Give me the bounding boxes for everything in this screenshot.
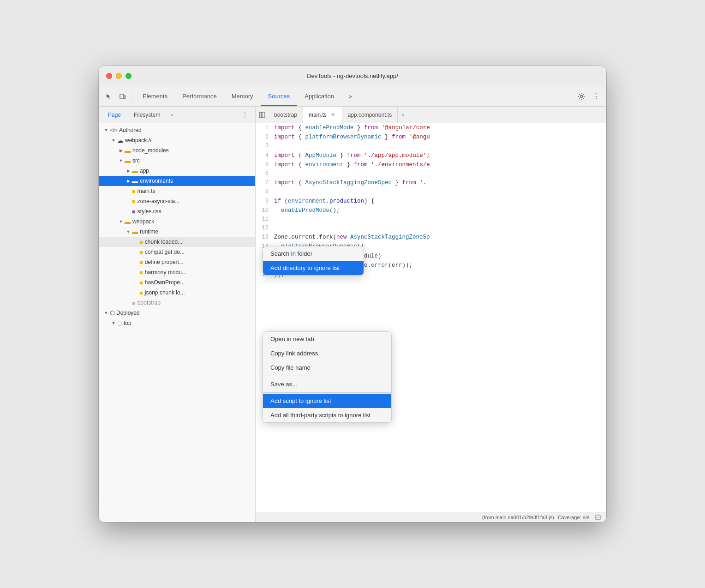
code-tab-more[interactable]: » (398, 110, 408, 120)
minimize-button[interactable] (116, 73, 122, 79)
tab-memory[interactable]: Memory (224, 86, 261, 106)
tree-item-zone[interactable]: ■ zone-async-sta... (99, 196, 255, 206)
code-line-8: 8 (256, 187, 606, 196)
tree-item-styles-css[interactable]: ■ styles.css (99, 206, 255, 216)
tree-item-runtime[interactable]: ▼ ▬ runtime (99, 227, 255, 237)
tree-item-hasownprop[interactable]: ■ hasOwnPrope... (99, 277, 255, 288)
svg-rect-3 (259, 112, 262, 118)
tree-arrow (132, 289, 139, 296)
tree-item-main-ts[interactable]: ■ main.ts (99, 186, 255, 196)
tree-item-chunk-loaded[interactable]: ■ chunk loaded... (99, 237, 255, 247)
code-line-10: 10 enableProdMode(); (256, 206, 606, 215)
cursor-tool-button[interactable] (102, 90, 115, 103)
window-title: DevTools - ng-devtools.netlify.app/ (307, 72, 398, 79)
devtools-window: DevTools - ng-devtools.netlify.app/ Elem… (99, 66, 606, 522)
tree-arrow (132, 258, 139, 266)
coverage-icon-button[interactable] (593, 513, 603, 522)
tree-item-harmony-module[interactable]: ■ harmony modu... (99, 267, 255, 277)
menu-item-add-third-party-ignore[interactable]: Add all third-party scripts to ignore li… (263, 408, 391, 422)
tree-arrow: ▼ (102, 309, 110, 317)
menu-item-search-in-folder[interactable]: Search in folder (263, 246, 364, 261)
cloud-icon: ☁ (117, 137, 123, 144)
tree-arrow (132, 248, 139, 256)
tree-item-define-property[interactable]: ■ define propert... (99, 257, 255, 267)
code-line-13: 13 Zone.current.fork(new AsyncStackTaggi… (256, 233, 606, 242)
menu-item-save-as[interactable]: Save as... (263, 377, 391, 391)
file-icon: ■ (132, 188, 136, 195)
code-line-12: 12 (256, 224, 606, 233)
menu-separator-2 (263, 392, 391, 393)
frame-icon: ▢ (117, 320, 122, 326)
device-toggle-button[interactable] (116, 90, 129, 103)
tree-item-src[interactable]: ▼ ▬ src (99, 156, 255, 166)
tab-performance[interactable]: Performance (175, 86, 224, 106)
tab-elements[interactable]: Elements (135, 86, 175, 106)
sidebar-tab-page[interactable]: Page (102, 110, 126, 120)
menu-separator-1 (263, 376, 391, 376)
tree-arrow: ▶ (125, 167, 132, 174)
code-tab-main-ts[interactable]: main.ts ✕ (303, 107, 342, 123)
folder-icon: ▬ (125, 147, 131, 154)
tree-item-webpack[interactable]: ▼ ☁ webpack:// (99, 135, 255, 145)
menu-item-copy-link[interactable]: Copy link address (263, 346, 391, 360)
tree-arrow (125, 299, 132, 306)
menu-item-add-dir-to-ignore[interactable]: Add directory to ignore list (263, 261, 364, 275)
file-icon: ■ (139, 259, 143, 266)
sidebar: Page Filesystem » ⋮ ▼ </> Authored ▼ ☁ (99, 107, 256, 522)
title-bar: DevTools - ng-devtools.netlify.app/ (99, 66, 606, 86)
sidebar-actions-menu[interactable]: ⋮ (239, 109, 251, 120)
sidebar-tab-filesystem[interactable]: Filesystem (128, 110, 166, 120)
tree-arrow (125, 208, 132, 215)
code-line-2: 2 import { platformBrowserDynamic } from… (256, 132, 606, 142)
traffic-lights (106, 73, 131, 79)
tab-application[interactable]: Application (297, 86, 341, 106)
coverage-text: Coverage: n/a (558, 515, 590, 520)
code-line-7: 7 import { AsyncStackTaggingZoneSpec } f… (256, 178, 606, 187)
file-icon: ■ (132, 300, 136, 306)
folder-icon: ▬ (125, 157, 131, 164)
sidebar-tab-more[interactable]: » (167, 110, 176, 120)
tree-item-top[interactable]: ▼ ▢ top (99, 318, 255, 328)
tree-item-webpack-folder[interactable]: ▼ ▬ webpack (99, 216, 255, 227)
maximize-button[interactable] (125, 73, 131, 79)
context-menu-bottom-wrapper: Open in new tab Copy link address Copy f… (263, 331, 392, 423)
code-tab-bootstrap[interactable]: bootstrap (269, 107, 303, 123)
tree-item-jsonp[interactable]: ■ jsonp chunk lo... (99, 288, 255, 298)
svg-rect-1 (124, 96, 125, 99)
tab-sources[interactable]: Sources (261, 86, 298, 106)
file-icon: ■ (132, 208, 136, 215)
tree-item-environments[interactable]: ▶ ▬ environments (99, 176, 255, 186)
tree-arrow (132, 238, 139, 246)
file-icon: ■ (139, 249, 143, 256)
svg-rect-5 (596, 515, 600, 520)
code-line-3: 3 (256, 142, 606, 150)
more-options-button[interactable]: ⋮ (590, 90, 603, 103)
nav-tabs: Elements Performance Memory Sources Appl… (135, 86, 574, 106)
tree-item-authored[interactable]: ▼ </> Authored (99, 125, 255, 135)
coverage-from-text: (from main.da001/b2fe3f1fa3.js) (482, 515, 554, 520)
tree-item-node-modules[interactable]: ▶ ▬ node_modules (99, 145, 255, 156)
tree-arrow: ▶ (117, 147, 125, 154)
context-menu-top-wrapper: Search in folder Add directory to ignore… (263, 246, 364, 276)
tree-item-app[interactable]: ▶ ▬ app (99, 166, 255, 176)
tree-item-bootstrap[interactable]: ■ bootstrap (99, 298, 255, 308)
code-line-4: 4 import { AppModule } from './app/app.m… (256, 151, 606, 160)
menu-item-add-script-ignore[interactable]: Add script to ignore list (263, 394, 391, 408)
folder-icon: ▬ (125, 218, 131, 225)
tree-arrow (125, 187, 132, 195)
tree-item-deployed[interactable]: ▼ ⬡ Deployed (99, 308, 255, 318)
tab-more[interactable]: » (341, 86, 359, 106)
code-area: bootstrap main.ts ✕ app.component.ts » 1… (256, 107, 606, 522)
main-content: Page Filesystem » ⋮ ▼ </> Authored ▼ ☁ (99, 107, 606, 522)
settings-button[interactable] (575, 90, 588, 103)
close-tab-button[interactable]: ✕ (329, 111, 336, 118)
tree-arrow: ▼ (110, 319, 117, 327)
tree-item-compat[interactable]: ■ compat get de... (99, 247, 255, 257)
tree-arrow (132, 279, 139, 286)
collapse-sidebar-button[interactable] (256, 108, 269, 121)
code-tab-app-component[interactable]: app.component.ts (342, 107, 398, 123)
close-button[interactable] (106, 73, 112, 79)
menu-item-copy-filename[interactable]: Copy file name (263, 360, 391, 375)
code-editor[interactable]: 1 import { enableProdMode } from '@angul… (256, 123, 606, 512)
menu-item-open-new-tab[interactable]: Open in new tab (263, 332, 391, 346)
